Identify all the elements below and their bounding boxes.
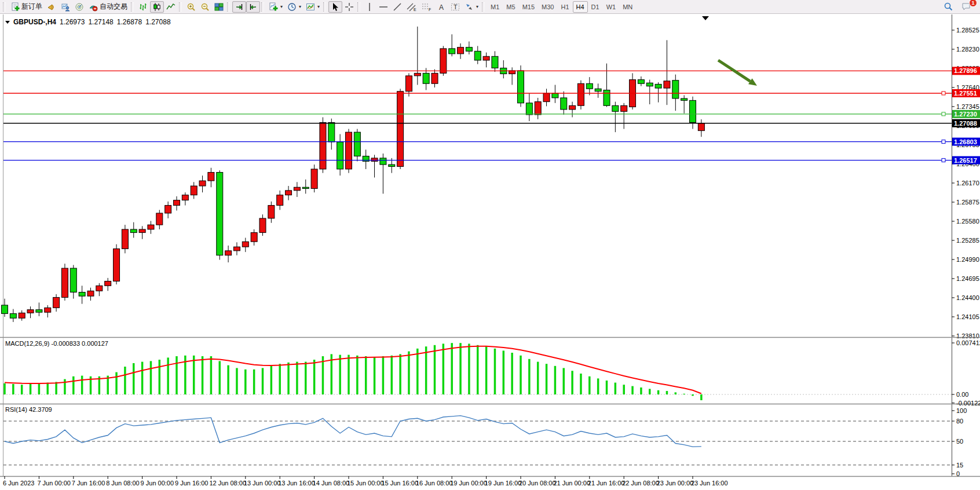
candle-body: [191, 186, 197, 195]
line-handle-marker[interactable]: [942, 159, 945, 162]
candle-body: [268, 206, 275, 218]
rsi-value: 42.3709: [29, 406, 52, 413]
chart-background: [0, 14, 980, 490]
y-axis-tick-label: 1.25875: [956, 199, 979, 206]
candle-body: [45, 308, 51, 312]
timeframe-d1-button[interactable]: D1: [588, 1, 603, 13]
zoom-in-button[interactable]: [184, 1, 198, 13]
line-handle-marker[interactable]: [942, 140, 945, 144]
tile-windows-button[interactable]: [212, 1, 226, 13]
timeframe-m30-button[interactable]: M30: [538, 1, 557, 13]
symbol-dropdown-icon[interactable]: [5, 21, 10, 24]
cursor-tool-button[interactable]: [328, 1, 342, 13]
timeframe-h4-button[interactable]: H4: [573, 1, 588, 13]
timeframe-m5-button[interactable]: M5: [503, 1, 518, 13]
zoom-out-icon: [200, 2, 210, 12]
timeframe-w1-button[interactable]: W1: [603, 1, 620, 13]
candle-body: [225, 251, 232, 255]
toolbar-grip[interactable]: [261, 2, 264, 12]
indicators-button[interactable]: ▾: [266, 1, 285, 13]
candle-body: [114, 249, 120, 281]
timeframe-m1-button[interactable]: M1: [487, 1, 503, 13]
periods-button[interactable]: ▾: [285, 1, 303, 13]
bar-chart-button[interactable]: [136, 1, 150, 13]
macd-axis-label: 0.007412: [956, 339, 980, 346]
toolbar-grip[interactable]: [179, 2, 182, 12]
auto-scroll-button[interactable]: [232, 1, 246, 13]
toolbar-grip[interactable]: [227, 2, 230, 12]
toolbar-grip[interactable]: [357, 2, 360, 12]
toolbar-grip[interactable]: [3, 2, 6, 12]
candle-body: [286, 191, 292, 195]
candle-body: [277, 195, 283, 206]
toolbar-grip[interactable]: [131, 2, 134, 12]
candle-body: [217, 173, 223, 255]
x-axis-tick-label: 14 Jun 08:00: [313, 480, 350, 487]
crosshair-tool-button[interactable]: [342, 1, 356, 13]
x-axis-tick-label: 7 Jun 00:00: [37, 480, 71, 487]
timeframe-m15-button[interactable]: M15: [519, 1, 538, 13]
x-axis-tick-label: 13 Jun 00:00: [244, 480, 281, 487]
high-value: 1.27148: [88, 18, 113, 26]
search-button[interactable]: [941, 1, 956, 13]
fibonacci-tool-button[interactable]: F: [419, 1, 434, 13]
candle-body: [612, 105, 619, 111]
price-badge-label: 1.27230: [954, 111, 977, 118]
vertical-line-tool-button[interactable]: [363, 1, 376, 13]
candle-body: [96, 286, 103, 291]
market-watch-button[interactable]: [58, 1, 72, 13]
chart-title: GBPUSD-,H4 1.26973 1.27148 1.26878 1.270…: [5, 18, 171, 26]
templates-button[interactable]: ▾: [303, 1, 322, 13]
alerts-button[interactable]: [45, 1, 58, 13]
notifications-button[interactable]: 1: [959, 1, 974, 13]
candlestick-chart-button[interactable]: [150, 1, 164, 13]
signals-button[interactable]: [72, 1, 86, 13]
line-chart-button[interactable]: [164, 1, 178, 13]
svg-text:E: E: [414, 8, 416, 12]
trendline-icon: [393, 2, 402, 12]
line-handle-marker[interactable]: [942, 92, 945, 95]
rsi-axis-label: 0: [956, 470, 960, 477]
macd-axis-label: -0.001226: [956, 400, 980, 407]
y-axis-tick-label: 1.23810: [956, 332, 979, 339]
horizontal-line-tool-button[interactable]: [376, 1, 390, 13]
autotrade-button[interactable]: 自动交易: [86, 1, 130, 13]
chart-shift-button[interactable]: [246, 1, 260, 13]
candle-body: [87, 291, 94, 296]
candle-body: [208, 173, 214, 181]
text-tool-button[interactable]: A: [434, 1, 448, 13]
svg-text:A: A: [439, 3, 444, 11]
arrows-icon: [465, 2, 474, 12]
candle-body: [354, 132, 360, 156]
candle-body: [389, 164, 395, 166]
candle-body: [414, 73, 420, 75]
candle-body: [156, 213, 163, 225]
candle-body: [577, 83, 584, 105]
equidistant-channel-tool-button[interactable]: E: [404, 1, 419, 13]
text-icon: A: [437, 2, 446, 12]
trendline-tool-button[interactable]: [390, 1, 404, 13]
candle-body: [2, 305, 8, 314]
candle-body: [423, 73, 429, 83]
line-handle-marker[interactable]: [942, 112, 945, 116]
text-label-tool-button[interactable]: T: [448, 1, 462, 13]
timeframe-mn-button[interactable]: MN: [619, 1, 636, 13]
toolbar-grip[interactable]: [482, 2, 485, 12]
timeframe-h1-button[interactable]: H1: [557, 1, 572, 13]
arrows-tool-button[interactable]: ▾: [462, 1, 481, 13]
toolbar-grip[interactable]: [323, 2, 326, 12]
candle-body: [105, 281, 111, 286]
candle-body: [474, 51, 481, 60]
candle-body: [483, 56, 489, 60]
new-order-button[interactable]: 新订单: [8, 1, 45, 13]
candle-body: [569, 105, 576, 109]
x-axis-tick-label: 12 Jun 08:00: [209, 480, 246, 487]
candle-body: [251, 233, 257, 242]
x-axis-tick-label: 13 Jun 16:00: [278, 480, 315, 487]
x-axis-tick-label: 23 Jun 16:00: [691, 480, 728, 487]
cursor-icon: [331, 2, 340, 12]
candle-body: [311, 169, 317, 189]
chart-canvas[interactable]: 1.285251.282301.279351.276401.273451.270…: [0, 0, 980, 490]
zoom-out-button[interactable]: [198, 1, 212, 13]
horizontal-line-icon: [379, 2, 388, 12]
